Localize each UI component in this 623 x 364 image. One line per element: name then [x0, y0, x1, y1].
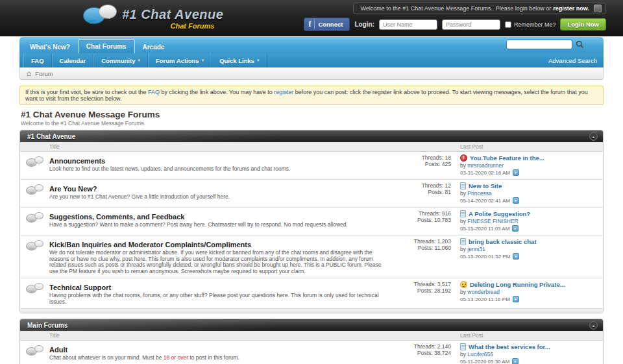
threads-count: Threads: 916	[392, 210, 451, 217]
advanced-search-link[interactable]: Advanced Search	[548, 57, 604, 64]
category-header: #1 Chat Avenue ▴	[20, 130, 603, 142]
last-post-title-link[interactable]: bring back classic chat	[469, 238, 537, 245]
last-post-title-link[interactable]: Deleting Long Running Private...	[470, 281, 565, 288]
forum-row: Kick/Ban Inquiries and Moderator Complai…	[20, 235, 603, 278]
menu-item-community[interactable]: Community▾	[93, 53, 148, 67]
breadcrumb-forum[interactable]: Forum	[35, 70, 53, 77]
go-to-last-post-icon[interactable]: ▸	[513, 253, 519, 260]
forum-row: Adult Chat about whatever is on your min…	[20, 341, 603, 364]
go-to-last-post-icon[interactable]: ▸	[513, 296, 519, 302]
facebook-connect-button[interactable]: f Connect	[304, 18, 350, 31]
last-post-date: 05-13-2020 11:16 PM	[460, 297, 510, 302]
last-post-icon	[460, 281, 467, 288]
last-post-author-link[interactable]: wonderbread	[467, 289, 500, 295]
last-post-icon	[460, 343, 466, 350]
go-to-last-post-icon[interactable]: ▸	[512, 358, 519, 364]
threads-count: Threads: 1,203	[392, 238, 451, 245]
tab-arcade[interactable]: Arcade	[135, 40, 173, 53]
go-to-last-post-icon[interactable]: ▸	[513, 197, 519, 204]
search-button[interactable]	[576, 40, 584, 49]
last-post-date: 05-11-2020 05:30 AM	[460, 359, 509, 364]
username-input[interactable]	[379, 19, 437, 30]
menu-item-quick-links[interactable]: Quick Links▾	[212, 53, 267, 67]
last-post-author-link[interactable]: jenni31	[467, 246, 485, 252]
category-header: Main Forums ▴	[20, 319, 603, 331]
forum-title-link[interactable]: Adult	[49, 346, 67, 354]
forum-title-link[interactable]: Announcements	[49, 157, 105, 165]
last-post-author-link[interactable]: FINESSE FINISHER	[467, 218, 518, 224]
forum-row: Announcements Look here to find out the …	[20, 152, 603, 179]
menu-item-faq[interactable]: FAQ	[23, 53, 52, 67]
threads-count: Threads: 12	[392, 182, 451, 189]
home-icon[interactable]: ⌂	[27, 70, 31, 77]
forum-bubbles-icon	[26, 184, 43, 198]
column-title-label: Title	[49, 332, 392, 339]
last-post-title-link[interactable]: What the best services for...	[469, 343, 550, 350]
forum-title-link[interactable]: Kick/Ban Inquiries and Moderator Complai…	[49, 241, 251, 249]
last-post-icon	[460, 154, 467, 162]
posts-count: Posts: 38,724	[392, 350, 451, 356]
menu-item-forum-actions[interactable]: Forum Actions▾	[148, 53, 212, 67]
chevron-down-icon: ▾	[202, 58, 204, 63]
login-now-button[interactable]: Login Now	[560, 18, 606, 30]
welcome-bar: Welcome to the #1 Chat Avenue Message Fo…	[353, 3, 606, 14]
column-headers: Title Last Post	[20, 331, 603, 341]
category-title: #1 Chat Avenue	[27, 133, 75, 140]
dismiss-notice-button[interactable]	[594, 5, 602, 12]
page-subtitle: Welcome to the #1 Chat Avenue Message Fo…	[21, 120, 604, 127]
threads-count: Threads: 2,140	[392, 343, 451, 350]
register-now-link[interactable]: register now.	[553, 5, 589, 12]
register-link[interactable]: register	[274, 89, 293, 95]
forum-bubbles-icon	[26, 240, 43, 254]
column-title-label: Title	[49, 143, 392, 150]
last-post-date: 03-31-2020 02:16 AM	[460, 170, 510, 176]
notice-box: If this is your first visit, be sure to …	[19, 86, 604, 105]
remember-me-checkbox[interactable]	[505, 21, 511, 28]
forum-title-link[interactable]: Are You New?	[49, 185, 97, 193]
forum-row: Are You New? Are you new to #1 Chat Aven…	[20, 179, 603, 207]
by-label: by	[460, 218, 466, 224]
by-label: by	[460, 190, 466, 197]
last-post-author-link[interactable]: Lucifer656	[467, 351, 493, 358]
password-input[interactable]	[442, 19, 500, 30]
last-post-title-link[interactable]: New to Site	[469, 182, 502, 189]
last-post-icon	[460, 210, 466, 217]
collapse-icon[interactable]: ▴	[589, 132, 598, 141]
faq-link[interactable]: FAQ	[148, 89, 160, 95]
column-last-post-label: Last Post	[454, 332, 603, 339]
forum-bubbles-icon	[26, 156, 43, 170]
search-icon	[576, 40, 584, 49]
welcome-text: Welcome to the #1 Chat Avenue Message Fo…	[360, 5, 551, 12]
go-to-last-post-icon[interactable]: ▸	[512, 225, 519, 232]
last-post-title-link[interactable]: A Polite Suggestion?	[469, 210, 530, 217]
by-label: by	[460, 351, 466, 358]
forum-title-link[interactable]: Technical Support	[49, 284, 111, 291]
chat-bubbles-icon	[83, 5, 117, 30]
last-post-title-link[interactable]: You.Tube Feature in the...	[470, 154, 544, 162]
by-label: by	[460, 246, 466, 252]
forum-category: #1 Chat Avenue ▴ Title Last Post Announc…	[19, 130, 604, 313]
posts-count: Posts: 28,192	[392, 287, 451, 294]
last-post-date: 05-14-2020 02:41 AM	[460, 198, 510, 204]
forum-bubbles-icon	[26, 283, 43, 297]
last-post-date: 05-15-2020 01:52 PM	[460, 254, 510, 260]
last-post-author-link[interactable]: Princessa	[467, 190, 491, 197]
tab-chat-forums[interactable]: Chat Forums	[78, 39, 135, 53]
search-input[interactable]	[506, 40, 572, 49]
last-post-author-link[interactable]: mrsroadrunner	[467, 162, 504, 169]
forum-description: Look here to find out the latest news, u…	[49, 166, 384, 173]
site-logo[interactable]: #1 Chat Avenue Chat Forums	[83, 5, 223, 30]
remember-me-label: Remember Me?	[514, 21, 556, 28]
threads-count: Threads: 18	[392, 154, 451, 161]
go-to-last-post-icon[interactable]: ▸	[513, 169, 519, 176]
breadcrumb: ⌂ Forum	[19, 67, 604, 80]
last-post-date: 05-15-2020 11:03 AM	[460, 226, 509, 232]
collapse-icon[interactable]: ▴	[589, 321, 598, 330]
login-label: Login:	[354, 21, 374, 28]
posts-count: Posts: 81	[392, 189, 451, 195]
forum-description: Have a suggestion? Want to make a commen…	[49, 222, 384, 228]
tab-whats-new[interactable]: What's New?	[22, 40, 78, 53]
facebook-icon: f	[308, 19, 315, 29]
menu-item-calendar[interactable]: Calendar	[52, 53, 94, 67]
forum-title-link[interactable]: Suggestions, Comments, and Feedback	[49, 213, 184, 221]
